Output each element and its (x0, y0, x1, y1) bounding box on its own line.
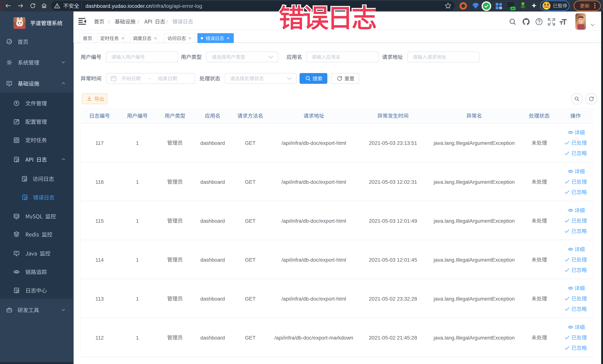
svg-text:on: on (512, 7, 514, 10)
